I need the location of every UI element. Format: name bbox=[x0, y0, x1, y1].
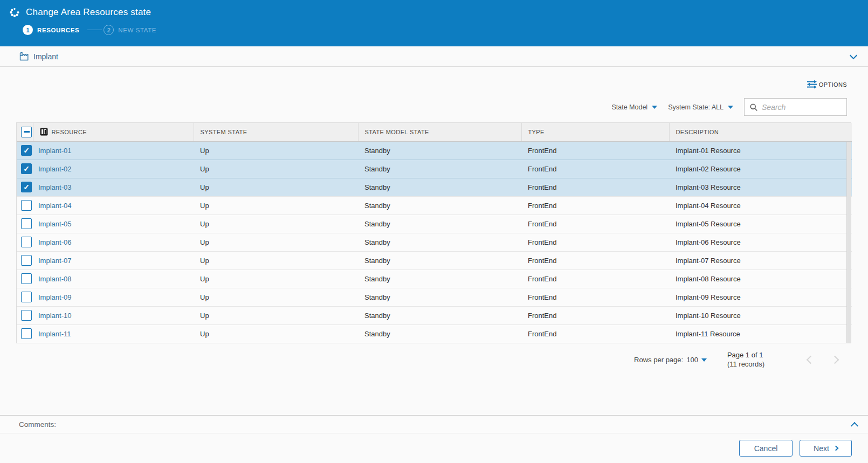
row-checkbox[interactable] bbox=[21, 310, 32, 321]
next-page-chevron-right-icon[interactable] bbox=[831, 356, 839, 364]
description-value: Implant-07 Resource bbox=[669, 251, 852, 269]
rows-per-page-dropdown[interactable]: Rows per page: 100 bbox=[634, 356, 707, 364]
resource-columns-icon bbox=[40, 128, 48, 136]
cancel-button[interactable]: Cancel bbox=[739, 440, 793, 457]
state-model-state-value: Standby bbox=[358, 141, 521, 160]
step-2-circle: 2 bbox=[104, 25, 114, 35]
column-header-state-model-state[interactable]: STATE MODEL STATE bbox=[358, 123, 521, 141]
search-box[interactable] bbox=[744, 98, 847, 116]
row-checkbox[interactable] bbox=[21, 200, 32, 211]
wizard-steps: 1 RESOURCES 2 NEW STATE bbox=[23, 25, 868, 35]
group-bar: Implant bbox=[0, 46, 868, 67]
type-value: FrontEnd bbox=[521, 141, 669, 160]
table-row[interactable]: ✓ Implant-03 Up Standby FrontEnd Implant… bbox=[17, 178, 852, 196]
table-row[interactable]: Implant-08 Up Standby FrontEnd Implant-0… bbox=[17, 269, 852, 288]
type-value: FrontEnd bbox=[521, 160, 669, 178]
row-checkbox[interactable] bbox=[21, 237, 32, 247]
resource-name[interactable]: Implant-03 bbox=[33, 178, 194, 196]
table-row[interactable]: ✓ Implant-02 Up Standby FrontEnd Implant… bbox=[17, 160, 852, 178]
type-value: FrontEnd bbox=[521, 233, 669, 251]
group-collapse-chevron-down-icon[interactable] bbox=[850, 51, 857, 59]
resource-name[interactable]: Implant-07 bbox=[33, 251, 194, 269]
system-state-label: System State: ALL bbox=[668, 103, 724, 111]
table-row[interactable]: Implant-06 Up Standby FrontEnd Implant-0… bbox=[17, 233, 852, 251]
description-value: Implant-01 Resource bbox=[669, 141, 852, 160]
row-checkbox[interactable]: ✓ bbox=[21, 182, 32, 192]
column-header-description[interactable]: DESCRIPTION bbox=[669, 123, 852, 141]
system-state-value: Up bbox=[194, 288, 358, 306]
state-model-dropdown[interactable]: State Model bbox=[611, 103, 657, 111]
resource-name[interactable]: Implant-01 bbox=[33, 141, 194, 160]
system-state-value: Up bbox=[194, 251, 358, 269]
table-row[interactable]: ✓ Implant-01 Up Standby FrontEnd Implant… bbox=[17, 141, 852, 160]
resource-name[interactable]: Implant-10 bbox=[33, 306, 194, 324]
row-checkbox[interactable] bbox=[21, 273, 32, 284]
main-content: OPTIONS State Model System State: ALL bbox=[0, 67, 868, 415]
table-row[interactable]: Implant-11 Up Standby FrontEnd Implant-1… bbox=[17, 324, 852, 343]
table-row[interactable]: Implant-04 Up Standby FrontEnd Implant-0… bbox=[17, 196, 852, 215]
type-value: FrontEnd bbox=[521, 215, 669, 233]
comments-bar: Comments: bbox=[0, 415, 868, 433]
options-sliders-icon[interactable] bbox=[806, 80, 818, 89]
select-all-header-cell[interactable] bbox=[17, 123, 33, 141]
table-row[interactable]: Implant-07 Up Standby FrontEnd Implant-0… bbox=[17, 251, 852, 269]
type-value: FrontEnd bbox=[521, 306, 669, 324]
next-button-label: Next bbox=[814, 444, 829, 453]
resource-name[interactable]: Implant-06 bbox=[33, 233, 194, 251]
row-checkbox[interactable] bbox=[21, 292, 32, 302]
description-value: Implant-03 Resource bbox=[669, 178, 852, 196]
state-model-state-value: Standby bbox=[358, 288, 521, 306]
resource-name[interactable]: Implant-11 bbox=[33, 324, 194, 343]
options-button[interactable]: OPTIONS bbox=[819, 81, 847, 88]
table-row[interactable]: Implant-05 Up Standby FrontEnd Implant-0… bbox=[17, 215, 852, 233]
column-header-system-state[interactable]: SYSTEM STATE bbox=[194, 123, 358, 141]
caret-down-icon bbox=[701, 358, 707, 362]
dialog-title: Change Area Resources state bbox=[26, 7, 151, 18]
step-new-state[interactable]: 2 NEW STATE bbox=[104, 25, 156, 35]
rows-per-page-value: 100 bbox=[686, 356, 698, 364]
state-model-state-value: Standby bbox=[358, 233, 521, 251]
dialog-titlebar: Change Area Resources state 1 RESOURCES … bbox=[0, 0, 868, 46]
comments-collapse-chevron-up-icon[interactable] bbox=[851, 421, 858, 429]
system-state-value: Up bbox=[194, 324, 358, 343]
table-body: ✓ Implant-01 Up Standby FrontEnd Implant… bbox=[17, 141, 852, 343]
description-value: Implant-04 Resource bbox=[669, 196, 852, 215]
state-model-state-value: Standby bbox=[358, 324, 521, 343]
resource-name[interactable]: Implant-04 bbox=[33, 196, 194, 215]
state-model-state-value: Standby bbox=[358, 215, 521, 233]
system-state-value: Up bbox=[194, 306, 358, 324]
table-scrollbar[interactable] bbox=[846, 142, 851, 343]
factory-icon bbox=[19, 51, 29, 61]
step-1-label: RESOURCES bbox=[37, 27, 79, 33]
table-row[interactable]: Implant-10 Up Standby FrontEnd Implant-1… bbox=[17, 306, 852, 324]
table-row[interactable]: Implant-09 Up Standby FrontEnd Implant-0… bbox=[17, 288, 852, 306]
description-value: Implant-11 Resource bbox=[669, 324, 852, 343]
next-button[interactable]: Next bbox=[800, 440, 852, 457]
system-state-value: Up bbox=[194, 160, 358, 178]
system-state-value: Up bbox=[194, 196, 358, 215]
previous-page-chevron-left-icon[interactable] bbox=[807, 356, 815, 364]
step-resources[interactable]: 1 RESOURCES bbox=[23, 25, 79, 35]
row-checkbox[interactable]: ✓ bbox=[21, 163, 32, 174]
resource-name[interactable]: Implant-02 bbox=[33, 160, 194, 178]
state-model-state-value: Standby bbox=[358, 178, 521, 196]
column-header-type[interactable]: TYPE bbox=[521, 123, 669, 141]
row-checkbox[interactable] bbox=[21, 328, 32, 339]
search-icon bbox=[749, 103, 758, 112]
row-checkbox[interactable]: ✓ bbox=[21, 145, 32, 156]
column-header-resource[interactable]: RESOURCE bbox=[33, 123, 194, 141]
resource-name[interactable]: Implant-05 bbox=[33, 215, 194, 233]
caret-down-icon bbox=[652, 106, 657, 109]
system-state-dropdown[interactable]: System State: ALL bbox=[668, 103, 733, 111]
search-input[interactable] bbox=[762, 103, 842, 112]
system-state-value: Up bbox=[194, 215, 358, 233]
system-state-value: Up bbox=[194, 141, 358, 160]
pagination: Rows per page: 100 Page 1 of 1 (11 recor… bbox=[0, 351, 841, 369]
row-checkbox[interactable] bbox=[21, 218, 32, 229]
resource-name[interactable]: Implant-09 bbox=[33, 288, 194, 306]
resource-name[interactable]: Implant-08 bbox=[33, 269, 194, 288]
state-model-label: State Model bbox=[611, 103, 647, 111]
row-checkbox[interactable] bbox=[21, 255, 32, 266]
description-value: Implant-09 Resource bbox=[669, 288, 852, 306]
select-all-checkbox[interactable] bbox=[21, 127, 32, 137]
